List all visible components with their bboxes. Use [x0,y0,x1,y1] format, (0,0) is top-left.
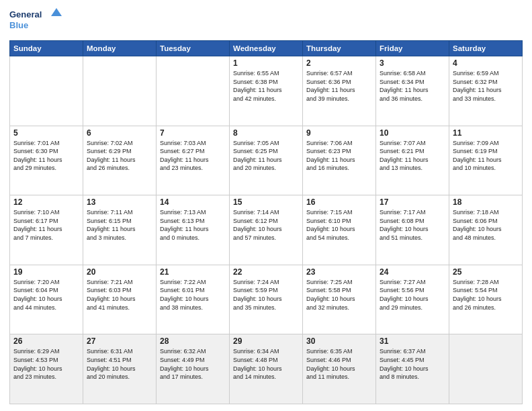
calendar-cell: 6Sunrise: 7:02 AM Sunset: 6:29 PM Daylig… [83,126,157,195]
calendar-cell: 28Sunrise: 6:32 AM Sunset: 4:49 PM Dayli… [157,334,230,404]
calendar-cell: 15Sunrise: 7:14 AM Sunset: 6:12 PM Dayli… [230,195,303,265]
calendar-week-4: 19Sunrise: 7:20 AM Sunset: 6:04 PM Dayli… [10,265,523,334]
day-info: Sunrise: 7:25 AM Sunset: 5:58 PM Dayligh… [306,278,372,312]
day-header-thursday: Thursday [303,41,376,56]
day-header-tuesday: Tuesday [157,41,230,56]
day-header-friday: Friday [376,41,449,56]
calendar-cell: 19Sunrise: 7:20 AM Sunset: 6:04 PM Dayli… [10,265,83,334]
day-info: Sunrise: 7:13 AM Sunset: 6:13 PM Dayligh… [160,208,226,242]
day-info: Sunrise: 6:57 AM Sunset: 6:36 PM Dayligh… [306,69,372,103]
day-number: 19 [13,267,79,277]
calendar-cell: 1Sunrise: 6:55 AM Sunset: 6:38 PM Daylig… [230,56,303,126]
calendar-cell [449,334,523,404]
day-number: 30 [306,336,372,346]
calendar-cell: 3Sunrise: 6:58 AM Sunset: 6:34 PM Daylig… [376,56,449,126]
calendar-cell [157,56,230,126]
svg-marker-2 [51,8,62,16]
calendar-cell: 27Sunrise: 6:31 AM Sunset: 4:51 PM Dayli… [83,334,157,404]
day-info: Sunrise: 7:11 AM Sunset: 6:15 PM Dayligh… [87,208,152,242]
day-number: 22 [233,267,299,277]
calendar-week-1: 1Sunrise: 6:55 AM Sunset: 6:38 PM Daylig… [10,56,523,126]
day-info: Sunrise: 7:15 AM Sunset: 6:10 PM Dayligh… [306,208,372,242]
calendar-cell [83,56,157,126]
day-number: 28 [160,336,226,346]
calendar-cell: 22Sunrise: 7:24 AM Sunset: 5:59 PM Dayli… [230,265,303,334]
day-info: Sunrise: 7:24 AM Sunset: 5:59 PM Dayligh… [233,278,299,312]
day-info: Sunrise: 6:32 AM Sunset: 4:49 PM Dayligh… [160,347,226,381]
day-number: 21 [160,267,226,277]
day-number: 17 [380,197,445,207]
header: General Blue [9,7,523,35]
day-info: Sunrise: 7:14 AM Sunset: 6:12 PM Dayligh… [233,208,299,242]
day-number: 3 [380,58,445,68]
calendar-cell: 13Sunrise: 7:11 AM Sunset: 6:15 PM Dayli… [83,195,157,265]
day-info: Sunrise: 7:18 AM Sunset: 6:06 PM Dayligh… [453,208,519,242]
day-info: Sunrise: 6:35 AM Sunset: 4:46 PM Dayligh… [306,347,372,381]
day-number: 8 [233,128,299,138]
calendar-cell: 24Sunrise: 7:27 AM Sunset: 5:56 PM Dayli… [376,265,449,334]
day-number: 2 [306,58,372,68]
calendar-cell: 4Sunrise: 6:59 AM Sunset: 6:32 PM Daylig… [449,56,523,126]
day-info: Sunrise: 6:34 AM Sunset: 4:48 PM Dayligh… [233,347,299,381]
calendar-cell: 2Sunrise: 6:57 AM Sunset: 6:36 PM Daylig… [303,56,376,126]
day-number: 25 [453,267,519,277]
day-info: Sunrise: 6:29 AM Sunset: 4:53 PM Dayligh… [13,347,79,381]
day-number: 26 [13,336,79,346]
day-info: Sunrise: 7:07 AM Sunset: 6:21 PM Dayligh… [380,139,445,173]
day-number: 24 [380,267,445,277]
logo-svg: General Blue [9,7,63,35]
day-info: Sunrise: 7:17 AM Sunset: 6:08 PM Dayligh… [380,208,445,242]
day-number: 10 [380,128,445,138]
calendar-cell: 11Sunrise: 7:09 AM Sunset: 6:19 PM Dayli… [449,126,523,195]
day-number: 13 [87,197,152,207]
day-info: Sunrise: 6:37 AM Sunset: 4:45 PM Dayligh… [380,347,445,381]
day-info: Sunrise: 7:21 AM Sunset: 6:03 PM Dayligh… [87,278,152,312]
calendar-cell: 8Sunrise: 7:05 AM Sunset: 6:25 PM Daylig… [230,126,303,195]
day-number: 27 [87,336,152,346]
day-number: 12 [13,197,79,207]
day-header-monday: Monday [83,41,157,56]
calendar-cell: 12Sunrise: 7:10 AM Sunset: 6:17 PM Dayli… [10,195,83,265]
day-header-sunday: Sunday [10,41,83,56]
day-number: 29 [233,336,299,346]
day-number: 15 [233,197,299,207]
calendar-week-3: 12Sunrise: 7:10 AM Sunset: 6:17 PM Dayli… [10,195,523,265]
day-number: 18 [453,197,519,207]
day-header-wednesday: Wednesday [230,41,303,56]
calendar-cell: 21Sunrise: 7:22 AM Sunset: 6:01 PM Dayli… [157,265,230,334]
day-number: 1 [233,58,299,68]
day-info: Sunrise: 6:59 AM Sunset: 6:32 PM Dayligh… [453,69,519,103]
day-info: Sunrise: 7:22 AM Sunset: 6:01 PM Dayligh… [160,278,226,312]
calendar-cell: 14Sunrise: 7:13 AM Sunset: 6:13 PM Dayli… [157,195,230,265]
calendar-cell: 25Sunrise: 7:28 AM Sunset: 5:54 PM Dayli… [449,265,523,334]
calendar-cell: 16Sunrise: 7:15 AM Sunset: 6:10 PM Dayli… [303,195,376,265]
day-info: Sunrise: 7:10 AM Sunset: 6:17 PM Dayligh… [13,208,79,242]
day-number: 31 [380,336,445,346]
day-info: Sunrise: 6:58 AM Sunset: 6:34 PM Dayligh… [380,69,445,103]
calendar-cell: 20Sunrise: 7:21 AM Sunset: 6:03 PM Dayli… [83,265,157,334]
calendar-cell: 10Sunrise: 7:07 AM Sunset: 6:21 PM Dayli… [376,126,449,195]
calendar-week-2: 5Sunrise: 7:01 AM Sunset: 6:30 PM Daylig… [10,126,523,195]
calendar-cell: 29Sunrise: 6:34 AM Sunset: 4:48 PM Dayli… [230,334,303,404]
calendar-cell: 23Sunrise: 7:25 AM Sunset: 5:58 PM Dayli… [303,265,376,334]
day-number: 23 [306,267,372,277]
day-header-saturday: Saturday [449,41,523,56]
day-number: 7 [160,128,226,138]
calendar-cell: 31Sunrise: 6:37 AM Sunset: 4:45 PM Dayli… [376,334,449,404]
svg-text:General: General [9,9,42,19]
day-info: Sunrise: 7:01 AM Sunset: 6:30 PM Dayligh… [13,139,79,173]
page: General Blue SundayMondayTuesdayWednesda… [0,0,532,411]
calendar-cell: 5Sunrise: 7:01 AM Sunset: 6:30 PM Daylig… [10,126,83,195]
day-number: 6 [87,128,152,138]
logo: General Blue [9,7,63,35]
calendar-cell: 17Sunrise: 7:17 AM Sunset: 6:08 PM Dayli… [376,195,449,265]
day-info: Sunrise: 7:05 AM Sunset: 6:25 PM Dayligh… [233,139,299,173]
calendar-cell: 18Sunrise: 7:18 AM Sunset: 6:06 PM Dayli… [449,195,523,265]
day-info: Sunrise: 7:20 AM Sunset: 6:04 PM Dayligh… [13,278,79,312]
calendar-header-row: SundayMondayTuesdayWednesdayThursdayFrid… [10,41,523,56]
day-info: Sunrise: 6:55 AM Sunset: 6:38 PM Dayligh… [233,69,299,103]
calendar-cell: 7Sunrise: 7:03 AM Sunset: 6:27 PM Daylig… [157,126,230,195]
day-number: 4 [453,58,519,68]
day-number: 11 [453,128,519,138]
day-number: 14 [160,197,226,207]
